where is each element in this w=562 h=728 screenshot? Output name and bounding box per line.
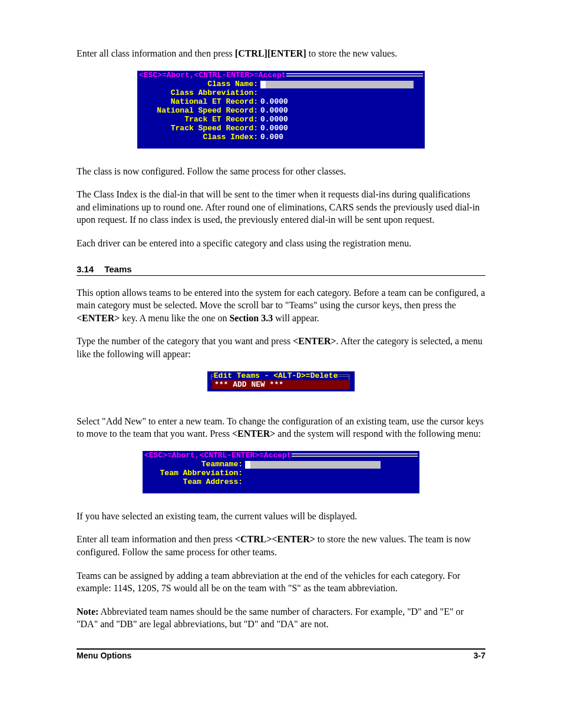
form-row: Team Abbreviation: bbox=[143, 469, 419, 477]
form-label: Track Speed Record: bbox=[143, 124, 260, 133]
cursor-icon bbox=[245, 461, 250, 469]
page-footer: Menu Options 3-7 bbox=[77, 648, 485, 660]
form-label: Team Address: bbox=[148, 477, 245, 486]
key-combo: [CTRL][ENTER] bbox=[235, 48, 306, 58]
form-label: Teamname: bbox=[148, 460, 245, 469]
title-bar: ╒ Edit Teams - <ALT-D>=Delete══╕ bbox=[207, 371, 355, 380]
section-heading: 3.14Teams bbox=[77, 264, 485, 276]
key-combo: <ENTER> bbox=[77, 313, 120, 323]
text: Type the number of the category that you… bbox=[77, 336, 293, 346]
form-label: Class Name: bbox=[143, 80, 260, 88]
paragraph: Type the number of the category that you… bbox=[77, 335, 485, 360]
section-title: Teams bbox=[104, 264, 131, 274]
form-row: Class Abbreviation: bbox=[137, 88, 425, 97]
form-row: National Speed Record:0.0000 bbox=[137, 106, 425, 115]
text-input[interactable] bbox=[245, 461, 381, 469]
text: This option allows teams to be entered i… bbox=[77, 288, 485, 311]
paragraph: This option allows teams to be entered i… bbox=[77, 286, 485, 325]
form-row: Track ET Record:0.0000 bbox=[137, 115, 425, 124]
text: and the system will respond with the fol… bbox=[275, 429, 481, 439]
form-row: Class Name: bbox=[137, 80, 425, 88]
title-line-icon bbox=[286, 73, 423, 77]
paragraph: The class is now configured. Follow the … bbox=[77, 165, 485, 178]
title-text: <ESC>=Abort,<CNTRL-ENTER>=Accept bbox=[139, 71, 286, 80]
form-label: National ET Record: bbox=[143, 97, 260, 106]
team-form-screenshot: <ESC>=Abort,<CNTRL-ENTER>=Accept Teamnam… bbox=[143, 451, 419, 493]
text: will appear. bbox=[273, 313, 319, 323]
text: to store the new values. bbox=[306, 48, 398, 58]
add-new-row[interactable]: *** ADD NEW *** bbox=[212, 380, 350, 389]
key-combo: <CTRL><ENTER> bbox=[235, 534, 315, 544]
paragraph: Each driver can be entered into a specif… bbox=[77, 237, 485, 250]
title-text: Edit Teams - <ALT-D>=Delete bbox=[214, 371, 338, 380]
footer-right: 3-7 bbox=[474, 651, 485, 660]
section-ref: Section 3.3 bbox=[229, 313, 273, 323]
edit-teams-screenshot: ╒ Edit Teams - <ALT-D>=Delete══╕ *** ADD… bbox=[207, 371, 355, 391]
form-row: Class Index:0.000 bbox=[137, 133, 425, 141]
paragraph: If you have selected an existing team, t… bbox=[77, 510, 485, 523]
title-line-icon bbox=[292, 453, 418, 457]
text: Abbreviated team names should be the sam… bbox=[77, 607, 464, 630]
key-combo: <ENTER> bbox=[293, 336, 336, 346]
form-row: Track Speed Record:0.0000 bbox=[137, 124, 425, 133]
form-value: 0.0000 bbox=[260, 115, 288, 124]
footer-left: Menu Options bbox=[77, 651, 131, 660]
form-row: National ET Record:0.0000 bbox=[137, 97, 425, 106]
title-bar: <ESC>=Abort,<CNTRL-ENTER>=Accept bbox=[137, 71, 425, 80]
form-value: 0.0000 bbox=[260, 106, 288, 115]
paragraph-intro: Enter all class information and then pre… bbox=[77, 47, 485, 60]
paragraph: Teams can be assigned by adding a team a… bbox=[77, 569, 485, 595]
text: Enter all class information and then pre… bbox=[77, 48, 235, 58]
form-value: 0.0000 bbox=[260, 124, 288, 133]
title-text: <ESC>=Abort,<CNTRL-ENTER>=Accept bbox=[144, 451, 292, 460]
form-label: National Speed Record: bbox=[143, 106, 260, 115]
paragraph: Enter all team information and then pres… bbox=[77, 533, 485, 558]
class-form-screenshot: <ESC>=Abort,<CNTRL-ENTER>=Accept Class N… bbox=[137, 71, 425, 149]
note-label: Note: bbox=[77, 607, 98, 617]
text: Enter all team information and then pres… bbox=[77, 534, 235, 544]
form-label: Class Index: bbox=[143, 133, 260, 141]
key-combo: <ENTER> bbox=[232, 429, 275, 439]
form-label: Track ET Record: bbox=[143, 115, 260, 124]
paragraph-note: Note: Abbreviated team names should be t… bbox=[77, 605, 485, 631]
form-label: Team Abbreviation: bbox=[148, 469, 245, 477]
paragraph: The Class Index is the dial-in that will… bbox=[77, 188, 485, 226]
title-bar: <ESC>=Abort,<CNTRL-ENTER>=Accept bbox=[143, 451, 419, 460]
text: key. A menu like the one on bbox=[120, 313, 229, 323]
section-number: 3.14 bbox=[77, 264, 94, 274]
paragraph: Select "Add New" to enter a new team. To… bbox=[77, 415, 485, 440]
cursor-icon bbox=[260, 81, 266, 88]
form-value: 0.000 bbox=[260, 133, 283, 141]
form-row: Teamname: bbox=[143, 460, 419, 469]
text-input[interactable] bbox=[260, 81, 414, 88]
form-label: Class Abbreviation: bbox=[143, 88, 260, 97]
form-value: 0.0000 bbox=[260, 97, 288, 106]
form-row: Team Address: bbox=[143, 477, 419, 486]
